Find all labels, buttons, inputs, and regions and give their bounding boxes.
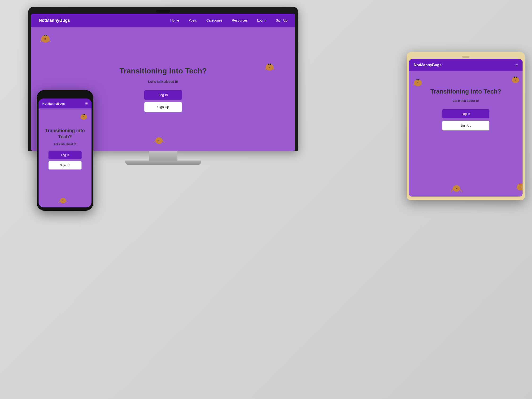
monitor-stand-base [125,161,201,165]
svg-line-61 [459,190,462,192]
phone-login-button[interactable]: Log In [49,151,82,159]
nav-link-posts[interactable]: Posts [189,19,197,22]
svg-point-12 [270,64,271,65]
svg-point-3 [46,35,47,36]
svg-point-2 [44,35,45,36]
desktop-hero-subtitle: Let's talk about it! [148,79,178,84]
svg-text:✕: ✕ [62,200,63,202]
svg-point-45 [514,77,515,78]
bug-icon-tablet-topright: ✕ [510,73,521,88]
monitor-stand-neck [149,151,177,161]
phone-brand: NotMannyBugs [42,102,85,105]
bug-icon-phone-bottom: ✕ [58,196,68,207]
scene: NotMannyBugs Home Posts Categories Resou… [0,0,532,399]
svg-point-26 [84,114,85,115]
bug-icon-tablet-bottomright: ✕ [514,180,523,195]
desktop-navbar: NotMannyBugs Home Posts Categories Resou… [31,14,295,27]
phone-signup-button[interactable]: Sign Up [49,161,82,170]
phone-screen: NotMannyBugs ≡ ✕ [38,98,91,207]
bug-icon-desktop-topleft: ✕ [38,32,52,48]
desktop-hero-title: Transitioning into Tech? [119,66,207,76]
phone-hero: ✕ ✕ Transitioning into Tech? Let's talk … [38,108,91,207]
svg-line-32 [58,201,60,203]
nav-link-resources[interactable]: Resources [232,19,247,22]
svg-text:✕: ✕ [44,38,46,40]
desktop-nav-links: Home Posts Categories Resources Log In S… [170,19,287,22]
phone-notch [57,93,73,97]
monitor-notch [156,10,170,13]
svg-point-11 [268,64,270,65]
svg-line-21 [162,141,165,143]
svg-text:✕: ✕ [83,116,85,118]
svg-text:✕: ✕ [269,66,271,68]
phone-device: NotMannyBugs ≡ ✕ [37,90,93,211]
svg-point-38 [418,79,419,80]
desktop-login-button[interactable]: Log In [144,90,182,100]
svg-point-25 [82,114,84,115]
svg-line-20 [153,141,156,143]
tablet-navbar: NotMannyBugs ≡ [409,59,523,71]
phone-bezel: NotMannyBugs ≡ ✕ [37,90,93,211]
tablet-hero-title: Transitioning into Tech? [430,88,501,96]
phone-menu-icon[interactable]: ≡ [85,101,88,106]
tablet-screen: NotMannyBugs ≡ ✕ [409,59,523,196]
tablet-menu-icon[interactable]: ≡ [515,63,518,68]
nav-link-signup[interactable]: Sign Up [276,19,287,22]
tablet-bezel: NotMannyBugs ≡ ✕ [407,52,525,200]
svg-line-33 [66,201,68,203]
svg-line-59 [451,190,454,192]
phone-navbar: NotMannyBugs ≡ [38,98,91,108]
bug-icon-tablet-topleft: ✕ [412,76,424,91]
tablet-brand: NotMannyBugs [414,63,515,67]
tablet-hero-subtitle: Let's talk about it! [453,99,479,103]
svg-text:✕: ✕ [455,187,457,190]
nav-link-login[interactable]: Log In [257,19,266,22]
svg-text:✕: ✕ [520,186,522,188]
tablet-login-button[interactable]: Log In [442,109,489,118]
phone-hero-subtitle: Let's talk about it! [54,143,76,145]
bug-icon-tablet-bottom: ✕ [450,182,463,196]
bug-icon-desktop-bottom: ✕ [152,135,165,149]
svg-text:✕: ✕ [417,82,419,84]
bug-icon-desktop-midright: ✕ [263,60,276,76]
svg-text:✕: ✕ [158,139,160,142]
tablet-camera [462,56,469,58]
nav-link-categories[interactable]: Categories [206,19,222,22]
tablet-signup-button[interactable]: Sign Up [442,121,489,131]
desktop-brand: NotMannyBugs [39,18,170,23]
tablet-hero: ✕ ✕ [409,71,523,196]
nav-link-home[interactable]: Home [170,19,179,22]
tablet-device: NotMannyBugs ≡ ✕ [407,52,525,200]
desktop-signup-button[interactable]: Sign Up [144,102,182,112]
svg-text:✕: ✕ [514,79,516,81]
svg-point-46 [516,77,517,78]
phone-hero-title: Transitioning into Tech? [44,127,86,140]
svg-point-37 [416,79,418,80]
svg-point-52 [519,183,521,185]
bug-icon-phone-topright: ✕ [78,111,89,124]
